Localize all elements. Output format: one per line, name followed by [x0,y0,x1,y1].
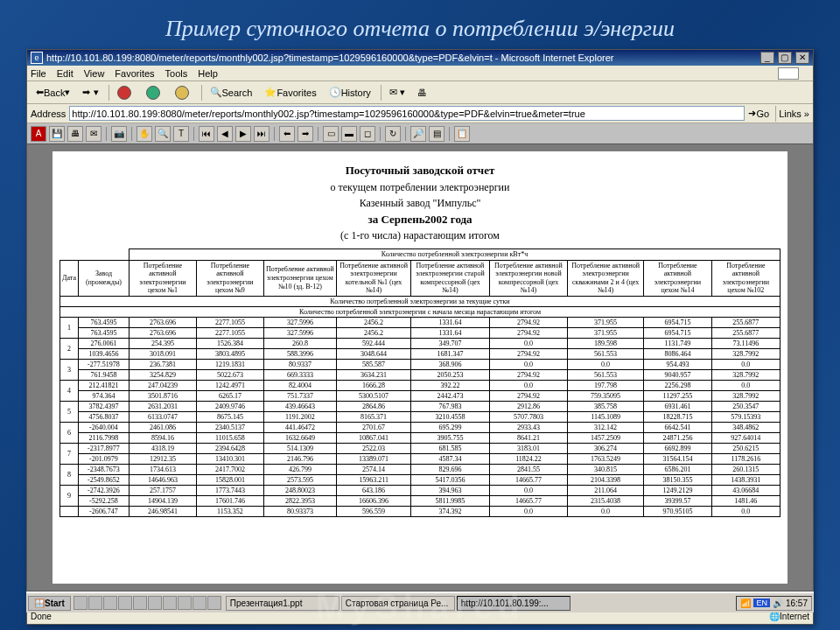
maximize-button[interactable]: ▢ [778,52,792,64]
cell: 2417.7002 [196,464,263,474]
cell: 14665.77 [489,495,567,506]
col-header: Потребление активной электроэнергии цехо… [129,260,196,296]
taskbar-task[interactable]: Стартовая страница Ре... [341,596,455,611]
cell: 348.4862 [711,422,780,432]
quick-launch-icon[interactable] [74,596,88,610]
cell: 327.5996 [263,327,336,338]
menu-tools[interactable]: Tools [165,68,188,79]
history-button[interactable]: 🕓 History [324,84,376,101]
address-label: Address [31,108,66,119]
tray-icon[interactable]: 📶 [740,598,751,608]
pdf-actual-button[interactable]: ◻ [360,126,375,142]
zone-label: Internet [780,612,809,621]
cell: 2631.2031 [129,401,196,411]
cell: 247.04239 [129,380,196,390]
lang-indicator[interactable]: EN [753,598,770,607]
pdf-mail-button[interactable]: ✉ [86,126,102,142]
col-plant: Завод (промежды) [78,260,129,296]
pdf-goback-button[interactable]: ⬅ [279,126,295,142]
table-row: -2606.747246.985411153.35280.93373596.55… [60,506,780,516]
start-button[interactable]: 🪟 Start [28,596,71,611]
go-button[interactable]: ➜ Go [748,108,769,119]
table-row: -2549.865214646.96315828.0012573.5951596… [60,474,780,485]
pdf-first-button[interactable]: ⏮ [199,126,214,142]
menu-favorites[interactable]: Favorites [115,68,154,79]
quick-launch-icon[interactable] [88,596,102,610]
table-row: 53782.43972631.20312409.9746439.46643286… [60,401,780,411]
address-input[interactable] [69,106,745,121]
pdf-select-button[interactable]: T [173,126,189,142]
mail-button[interactable]: ✉ ▾ [384,84,410,101]
back-button[interactable]: ⬅ Back ▾ [31,84,75,101]
pdf-camera-button[interactable]: 📷 [111,126,127,142]
window-controls: _ ▢ ✕ [760,52,809,64]
quick-launch-icon[interactable] [178,596,192,610]
cell: 212.41821 [78,380,129,390]
cell: 2456.2 [336,317,410,327]
cell: 2050.253 [411,369,490,380]
quick-launch-icon[interactable] [192,596,206,610]
links-label[interactable]: Links [779,108,802,119]
taskbar-task-active[interactable]: http://10.101.80.199:... [457,596,570,611]
pdf-last-button[interactable]: ⏭ [254,126,270,142]
cell: 8086.464 [644,348,712,359]
cell: 439.46643 [263,401,336,411]
table-band-2: Количество потребленной электроэнергии з… [60,296,780,306]
quick-launch-icon[interactable] [163,596,177,610]
forward-button[interactable]: ➡ ▾ [77,84,103,101]
pdf-next-button[interactable]: ▶ [235,126,251,142]
quick-launch-icon[interactable] [207,596,221,610]
print-button[interactable]: 🖶 [412,85,432,101]
cell: 2794.92 [489,390,567,401]
cell: 328.7992 [711,390,780,401]
quick-launch-icon[interactable] [118,596,132,610]
cell: 73.11496 [711,338,780,348]
home-button[interactable] [170,83,197,102]
quick-launch-icon[interactable] [103,596,117,610]
cell: 12912.35 [129,453,196,464]
pdf-fitpage-button[interactable]: ▭ [323,126,339,142]
pdf-save-button[interactable]: 💾 [49,126,65,142]
col-header: Потребление активной электроэнергии ново… [489,260,567,296]
col-header: Потребление активной электроэнергии цехо… [263,260,336,296]
cell: 8594.16 [129,432,196,443]
minimize-button[interactable]: _ [760,52,774,64]
quick-launch-icon[interactable] [133,596,147,610]
refresh-button[interactable] [141,83,168,102]
table-row: 7-2317.89774318.192394.6428514.13092522.… [60,443,780,453]
search-button[interactable]: 🔍 Search [205,84,258,101]
taskbar-task[interactable]: Презентация1.ppt [226,596,340,611]
stop-button[interactable] [112,83,139,102]
ie-icon: e [31,52,43,64]
tray-icon[interactable]: 🔊 [773,598,783,608]
pdf-viewport[interactable]: Посуточный заводской отчет о текущем пот… [27,144,813,591]
menu-file[interactable]: File [31,68,46,79]
cell: 0.0 [711,506,780,516]
cell: 2340.5137 [196,422,263,432]
pdf-print-button[interactable]: 🖶 [67,126,83,142]
pdf-clipboard-button[interactable]: 📋 [454,126,470,142]
pdf-zoomin-button[interactable]: 🔍 [155,126,171,142]
cell: 4587.34 [411,453,490,464]
pdf-fitwidth-button[interactable]: ▬ [341,126,357,142]
menu-edit[interactable]: Edit [57,68,74,79]
pdf-prev-button[interactable]: ◀ [217,126,233,142]
pdf-gofwd-button[interactable]: ➡ [298,126,313,142]
cell: 0.0 [489,485,567,495]
pdf-search-button[interactable]: ▤ [429,126,444,142]
quick-launch-icon[interactable] [148,596,162,610]
close-button[interactable]: ✕ [795,52,809,64]
cell: 5417.0356 [411,474,490,485]
menu-help[interactable]: Help [198,68,218,79]
pdf-find-button[interactable]: 🔎 [410,126,426,142]
pdf-rotate-button[interactable]: ↻ [385,126,401,142]
pdf-toolbar: A 💾 🖶 ✉ 📷 ✋ 🔍 T ⏮ ◀ ▶ ⏭ ⬅ ➡ ▭ ▬ ◻ ↻ 🔎 ▤ … [27,123,813,144]
cell: 31564.154 [644,453,712,464]
pdf-hand-button[interactable]: ✋ [136,126,152,142]
cell: 11824.22 [489,453,567,464]
row-number: 5 [60,401,79,422]
favorites-button[interactable]: ⭐ Favorites [259,84,321,101]
menu-view[interactable]: View [84,68,105,79]
table-band-3: Количество потребленной электроэнергии с… [60,306,780,317]
table-row: 3-277.51978236.73811219.183180.9337585.5… [60,359,780,369]
